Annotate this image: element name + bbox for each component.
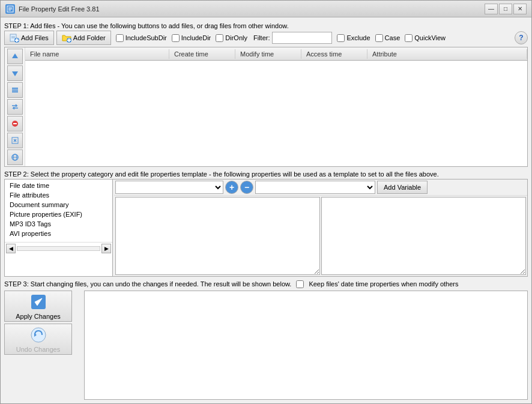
web-button[interactable]	[7, 149, 23, 165]
step2-section: STEP 2: Select the property category and…	[4, 169, 528, 277]
add-files-icon	[10, 33, 19, 43]
move-down-button[interactable]	[7, 65, 23, 81]
svg-rect-16	[12, 89, 18, 91]
minimize-button[interactable]: —	[485, 4, 498, 14]
case-label: Case	[385, 34, 401, 41]
cat-scroll-left[interactable]: ◀	[6, 244, 16, 253]
include-subdir-label: IncludeSubDir	[125, 34, 167, 41]
step3-label: STEP 3: Start changing files, you can un…	[4, 279, 291, 289]
include-subdir-checkbox[interactable]	[116, 34, 124, 42]
add-template-button[interactable]: +	[225, 181, 238, 194]
dir-only-group: DirOnly	[216, 34, 247, 42]
apply-icon	[29, 292, 48, 312]
case-checkbox[interactable]	[375, 34, 383, 42]
template-left-editor[interactable]	[115, 197, 320, 275]
step2-content: File date time File attributes Document …	[4, 179, 528, 277]
col-modify-time: Modify time	[235, 49, 301, 59]
quickview-group: QuickView	[405, 34, 446, 42]
undo-icon	[29, 325, 48, 345]
step3-section: STEP 3: Start changing files, you can un…	[4, 279, 528, 400]
keep-datetime-label: Keep files' date time properties when mo…	[309, 280, 458, 288]
exclude-group: Exclude	[337, 34, 370, 42]
step3-body: Apply Changes Undo Changes	[4, 291, 528, 400]
svg-rect-17	[12, 91, 18, 92]
step1-section: STEP 1: Add files - You can use the foll…	[4, 21, 528, 167]
cat-file-date-time[interactable]: File date time	[6, 181, 111, 190]
add-folder-label: Add Folder	[73, 34, 106, 41]
template-area: + − Add Variable	[114, 179, 527, 276]
undo-changes-label: Undo Changes	[16, 346, 60, 353]
case-group: Case	[375, 34, 401, 42]
cat-document-summary[interactable]: Document summary	[6, 200, 111, 210]
remove-template-button[interactable]: −	[240, 181, 253, 194]
step1-label: STEP 1: Add files - You can use the foll…	[4, 21, 528, 31]
help-button[interactable]: ?	[515, 31, 528, 44]
title-bar-buttons: — □ ✕	[485, 4, 527, 14]
svg-marker-14	[12, 71, 18, 76]
step3-label-row: STEP 3: Start changing files, you can un…	[4, 279, 528, 289]
template-right-editor[interactable]	[321, 197, 526, 275]
quickview-checkbox[interactable]	[405, 34, 413, 42]
apply-changes-label: Apply Changes	[16, 313, 61, 320]
cut-button[interactable]	[7, 133, 23, 148]
window-title: File Property Edit Free 3.81	[19, 5, 485, 13]
include-subdir-group: IncludeSubDir	[116, 34, 167, 42]
swap-button[interactable]	[7, 99, 23, 115]
exclude-label: Exclude	[346, 34, 370, 41]
app-icon	[5, 4, 15, 14]
include-dir-checkbox[interactable]	[172, 34, 180, 42]
template-toolbar: + − Add Variable	[114, 179, 527, 196]
cat-file-attributes[interactable]: File attributes	[6, 190, 111, 200]
template-editors	[114, 196, 527, 276]
template-dropdown[interactable]	[115, 181, 223, 194]
file-list-container: File name Create time Modify time Access…	[4, 47, 528, 167]
cat-picture-properties[interactable]: Picture properties (EXIF)	[6, 210, 111, 219]
move-up-button[interactable]	[7, 49, 23, 64]
col-filename: File name	[25, 49, 169, 59]
filter-label: Filter:	[253, 34, 270, 41]
dir-only-checkbox[interactable]	[216, 34, 223, 42]
cat-scroll-right[interactable]: ▶	[101, 244, 111, 253]
file-table: File name Create time Modify time Access…	[25, 47, 527, 166]
svg-rect-15	[12, 88, 18, 89]
step1-toolbar: Add Files Add Folder Inc	[4, 31, 528, 45]
left-toolbar	[5, 47, 25, 166]
filter-input[interactable]	[272, 32, 332, 44]
add-variable-button[interactable]: Add Variable	[377, 181, 428, 194]
variable-dropdown[interactable]	[255, 181, 375, 194]
exclude-checkbox[interactable]	[337, 34, 345, 42]
keep-datetime-checkbox[interactable]	[296, 280, 304, 288]
include-dir-group: IncludeDir	[172, 34, 211, 42]
step2-label: STEP 2: Select the property category and…	[4, 169, 528, 179]
svg-marker-13	[12, 53, 18, 58]
svg-point-28	[31, 328, 46, 342]
maximize-button[interactable]: □	[499, 4, 512, 14]
col-access-time: Access time	[301, 49, 367, 59]
undo-changes-button[interactable]: Undo Changes	[4, 324, 72, 355]
step3-actions: Apply Changes Undo Changes	[4, 291, 82, 400]
file-table-header: File name Create time Modify time Access…	[25, 47, 527, 61]
col-attribute: Attribute	[367, 49, 527, 59]
category-list: File date time File attributes Document …	[5, 179, 113, 276]
add-files-label: Add Files	[21, 34, 49, 41]
category-scrollbar: ◀ ▶	[5, 242, 112, 255]
cat-scrolltrack	[17, 246, 100, 251]
close-button[interactable]: ✕	[513, 4, 527, 14]
dir-only-label: DirOnly	[225, 34, 247, 41]
file-table-body[interactable]	[25, 61, 527, 166]
remove-button[interactable]	[7, 116, 23, 131]
add-files-button[interactable]: Add Files	[4, 31, 54, 45]
apply-changes-button[interactable]: Apply Changes	[4, 291, 72, 322]
main-content: STEP 1: Add files - You can use the foll…	[1, 17, 531, 403]
title-bar: File Property Edit Free 3.81 — □ ✕	[1, 1, 531, 17]
include-dir-label: IncludeDir	[181, 34, 211, 41]
list-view-button[interactable]	[7, 82, 23, 98]
quickview-label: QuickView	[414, 34, 446, 41]
cat-mp3-id3[interactable]: MP3 ID3 Tags	[6, 219, 111, 229]
result-area[interactable]	[84, 291, 528, 400]
add-folder-icon	[62, 33, 71, 43]
add-folder-button[interactable]: Add Folder	[56, 31, 111, 45]
category-items: File date time File attributes Document …	[5, 179, 112, 240]
col-create-time: Create time	[169, 49, 235, 59]
cat-avi-properties[interactable]: AVI properties	[6, 229, 111, 238]
